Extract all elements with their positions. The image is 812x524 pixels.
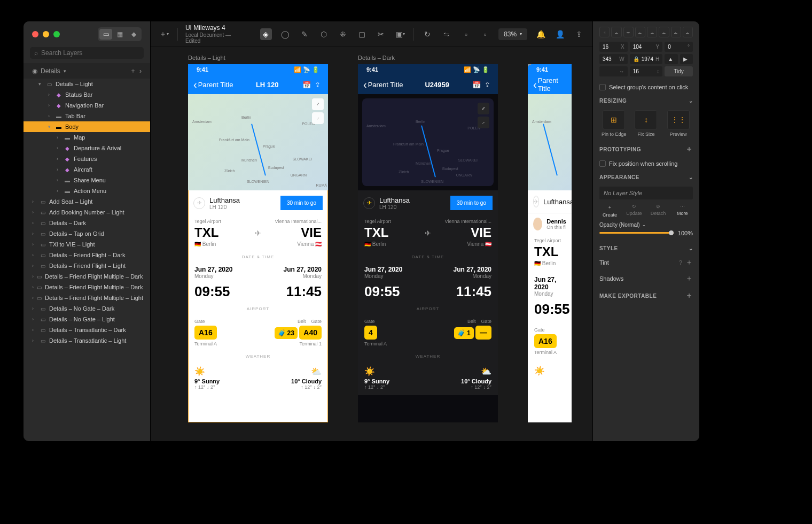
layer-row[interactable]: ›◆Navigation Bar [24, 100, 150, 111]
add-shadow-button[interactable]: ＋ [685, 274, 693, 283]
layer-row[interactable]: ›▭Details – Friend Flight Multiple – Lig… [24, 292, 150, 303]
layer-row[interactable]: ›▭Details – Friend Flight – Light [24, 260, 150, 271]
layer-row[interactable]: ›◆Status Bar [24, 89, 150, 100]
scissors-icon[interactable]: ✂ [375, 28, 387, 40]
oval-icon[interactable]: ◯ [279, 28, 291, 40]
canvas[interactable]: Details – Light 9:41📶 📡 🔋 ‹ Parent Title… [151, 47, 592, 441]
align-middle-button[interactable]: ⫠ [647, 27, 657, 37]
copy-style-icon[interactable]: ▣▾ [394, 28, 406, 40]
add-page-button[interactable]: ＋ [130, 66, 136, 75]
page-nav-button[interactable]: › [139, 67, 142, 75]
shadows-row[interactable]: Shadows＋ [599, 271, 693, 287]
tint-row[interactable]: Tint? ＋ [599, 255, 693, 271]
distribute-h-button[interactable]: ⫠ [671, 27, 681, 37]
share-nav-icon[interactable]: ⇪ [312, 81, 323, 89]
minimize-button[interactable] [43, 31, 49, 37]
add-tint-button[interactable]: ＋ [685, 258, 693, 267]
align-top-button[interactable]: ⫠ [635, 27, 645, 37]
chevron-down-icon[interactable]: ⌄ [689, 245, 693, 251]
preview-button[interactable]: ⋮⋮Preview [664, 110, 693, 137]
layer-row[interactable]: ›▬Share Menu [24, 175, 150, 186]
tidy-button[interactable]: Tidy [665, 66, 693, 76]
backward-icon[interactable]: ▫ [479, 28, 491, 40]
layer-row[interactable]: ›▭Details – Dark [24, 218, 150, 228]
layer-row[interactable]: ▾▭Details – Light [24, 79, 150, 89]
route-icon[interactable]: ⟋ [312, 112, 324, 124]
zoom-control[interactable]: 83% ▾ [498, 28, 527, 40]
layers-view-button[interactable]: ▭ [99, 29, 112, 40]
layer-style-select[interactable]: No Layer Style [599, 187, 693, 199]
layer-row[interactable]: ›▭Details – Friend Flight Multiple – Dar… [24, 271, 150, 282]
pen-icon[interactable]: ✎ [299, 28, 310, 40]
map-view[interactable]: Amsterdam Berlin POLEN Frankfurt am Main… [362, 98, 494, 186]
layer-row[interactable]: ›▬Tab Bar [24, 111, 150, 121]
maximize-button[interactable] [53, 31, 60, 37]
calendar-icon[interactable]: 📅 [471, 81, 482, 89]
insert-button[interactable]: ＋▾ [158, 28, 170, 40]
height-input[interactable]: 🔒1974H [630, 54, 662, 64]
layer-row[interactable]: ›▬Action Menu [24, 186, 150, 196]
artboard-dark[interactable]: Details – Dark 9:41📶 📡 🔋 ‹ Parent Title … [358, 64, 498, 422]
back-chevron-icon[interactable]: ‹ [533, 79, 537, 91]
artboard-friend[interactable]: Details – Friend F 9:41 ‹ Parent Title A… [528, 64, 572, 422]
route-icon[interactable]: ⟋ [478, 117, 489, 128]
symbols-view-button[interactable]: ◆ [127, 29, 140, 40]
page-header[interactable]: ◉ Details ▾ ＋ › [24, 63, 150, 79]
layer-row[interactable]: ›▭TXl to VIE – Light [24, 239, 150, 250]
rotation-input[interactable]: 0° [665, 42, 693, 52]
search-layers[interactable]: ⌕ Search Layers [30, 47, 144, 59]
chevron-down-icon[interactable]: ⌄ [689, 174, 693, 180]
calendar-icon[interactable]: 📅 [301, 81, 312, 89]
layer-row[interactable]: ›▭Details – No Gate – Dark [24, 303, 150, 314]
align-center-h-button[interactable]: ⫠ [611, 27, 621, 37]
layer-row[interactable]: ›▭Details – Friend Flight Multiple – Dar… [24, 282, 150, 292]
layer-row[interactable]: ›▭Add Booking Number – Light [24, 207, 150, 218]
notifications-icon[interactable]: 🔔 [535, 28, 546, 40]
add-prototype-button[interactable]: ＋ [685, 144, 693, 154]
back-chevron-icon[interactable]: ‹ [193, 79, 197, 91]
chevron-down-icon[interactable]: ⌄ [689, 98, 693, 104]
create-style-button[interactable]: ＋Create [599, 204, 620, 218]
expand-icon[interactable]: ⤢ [312, 98, 324, 110]
layer-row[interactable]: ›▬Map [24, 132, 150, 143]
gap-h-input[interactable]: ↔ [599, 66, 628, 76]
align-right-button[interactable]: ⫟ [623, 27, 634, 37]
symbol-icon[interactable]: ◈ [260, 28, 272, 40]
layer-row[interactable]: ›◆Departure & Arival [24, 143, 150, 153]
layer-row[interactable]: ▾▬Body [24, 121, 150, 132]
fix-size-button[interactable]: ↕Fix Size [631, 110, 660, 137]
layer-row[interactable]: ›▭Details – Tap on Grid [24, 228, 150, 239]
flip-v-button[interactable]: ▶ [680, 54, 693, 64]
layer-row[interactable]: ›◆Features [24, 153, 150, 164]
back-chevron-icon[interactable]: ‹ [363, 79, 367, 91]
flip-h-button[interactable]: ▲ [665, 54, 677, 64]
y-input[interactable]: 104Y [630, 42, 662, 52]
share-nav-icon[interactable]: ⇪ [482, 81, 493, 89]
more-style-button[interactable]: ⋯More [672, 204, 693, 218]
distribute-v-button[interactable]: ⫠ [683, 27, 693, 37]
layer-row[interactable]: ›▭Details – Transatlantic – Light [24, 335, 150, 346]
layer-row[interactable]: ›▭Details – Transatlantic – Dark [24, 325, 150, 335]
width-input[interactable]: 343W [599, 54, 628, 64]
align-left-button[interactable]: ⫞ [599, 27, 610, 37]
layer-row[interactable]: ›◆Aircraft [24, 164, 150, 175]
layer-row[interactable]: ›▭Details – No Gate – Light [24, 314, 150, 325]
artboard-light[interactable]: Details – Light 9:41📶 📡 🔋 ‹ Parent Title… [188, 64, 328, 422]
x-input[interactable]: 16X [599, 42, 628, 52]
map-view[interactable]: Amsterdam [528, 94, 572, 190]
expand-icon[interactable]: ⤢ [478, 103, 489, 114]
gap-v-input[interactable]: 16↕ [630, 66, 662, 76]
grid-view-button[interactable]: ▦ [113, 29, 126, 40]
forward-icon[interactable]: ▫ [460, 28, 472, 40]
layer-row[interactable]: ›▭Add Seat – Light [24, 196, 150, 207]
select-content-checkbox[interactable]: Select group's content on click [599, 81, 693, 94]
collab-icon[interactable]: 👤 [554, 28, 566, 40]
distribute-icon[interactable]: ⁜ [337, 28, 349, 40]
layer-row[interactable]: ›▭Details – Friend Flight – Dark [24, 250, 150, 260]
fix-scroll-checkbox[interactable]: Fix position when scrolling [599, 157, 693, 170]
opacity-slider[interactable] [599, 232, 674, 234]
mask-icon[interactable]: ▢ [356, 28, 368, 40]
flip-h-icon[interactable]: ⇋ [441, 28, 452, 40]
pin-to-edge-button[interactable]: ⊞Pin to Edge [599, 110, 628, 137]
map-view[interactable]: Amsterdam Berlin POLEN Frankfurt am Main… [188, 94, 328, 190]
